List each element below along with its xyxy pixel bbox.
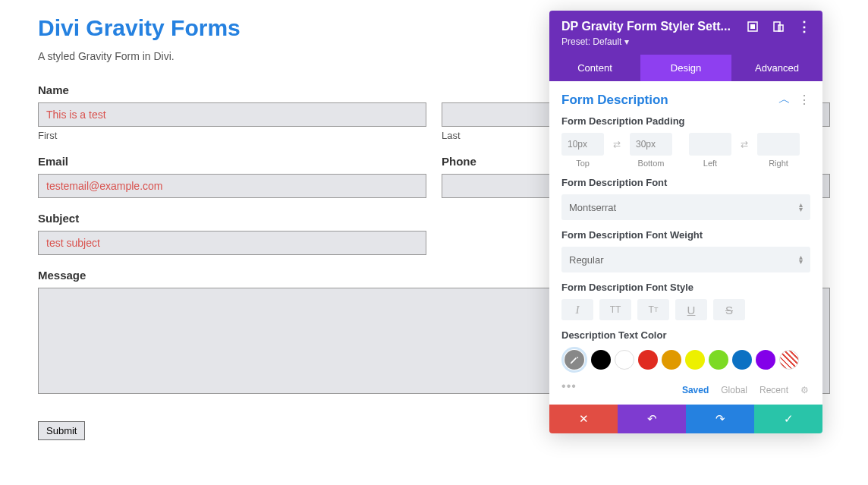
email-input[interactable] (38, 174, 426, 198)
undo-icon: ↶ (647, 412, 657, 426)
font-select[interactable]: Montserrat ▴▾ (561, 194, 810, 220)
padding-top-label: Top (561, 159, 604, 168)
redo-icon: ↷ (715, 412, 725, 426)
color-swatch-red[interactable] (638, 350, 658, 370)
padding-label: Form Description Padding (561, 115, 810, 127)
font-value: Montserrat (569, 202, 616, 213)
style-label: Form Description Font Style (561, 282, 810, 293)
color-swatch-purple[interactable] (756, 350, 775, 370)
collapse-icon[interactable]: ︿ (778, 92, 791, 108)
color-swatch-blue[interactable] (732, 350, 752, 370)
padding-left-input[interactable] (689, 133, 731, 156)
padding-bottom-label: Bottom (630, 159, 672, 168)
menu-icon[interactable]: ⋮ (798, 20, 810, 33)
swatch-tab-saved[interactable]: Saved (682, 385, 709, 395)
check-icon: ✓ (784, 412, 794, 426)
subject-input[interactable] (38, 231, 426, 255)
color-label: Description Text Color (561, 329, 810, 341)
uppercase-button[interactable]: TT (599, 299, 631, 320)
preset-selector[interactable]: Preset: Default ▾ (561, 36, 810, 47)
preset-label: Preset: (561, 36, 590, 47)
chevron-down-icon: ▾ (624, 36, 629, 47)
submit-button[interactable]: Submit (38, 421, 85, 440)
settings-panel: DP Gravity Form Styler Sett... ⋮ Preset:… (549, 11, 822, 433)
swatch-tab-global[interactable]: Global (721, 385, 747, 395)
link-icon[interactable]: ⇄ (609, 136, 625, 153)
svg-rect-2 (774, 22, 780, 31)
color-swatch-yellow[interactable] (685, 350, 705, 370)
color-swatch-green[interactable] (709, 350, 728, 370)
smallcaps-button[interactable]: TT (637, 299, 669, 320)
expand-icon[interactable] (747, 20, 759, 33)
tab-advanced[interactable]: Advanced (731, 55, 822, 81)
underline-button[interactable]: U (675, 299, 707, 320)
padding-top-input[interactable] (561, 133, 604, 156)
color-swatch-black[interactable] (591, 350, 611, 370)
first-name-input[interactable] (38, 102, 426, 127)
undo-button[interactable]: ↶ (618, 405, 686, 433)
select-arrows-icon: ▴▾ (799, 203, 803, 212)
panel-title: DP Gravity Form Styler Sett... (561, 20, 731, 33)
redo-button[interactable]: ↷ (686, 405, 754, 433)
svg-rect-3 (778, 25, 783, 31)
color-swatch-white[interactable] (615, 350, 634, 370)
font-label: Form Description Font (561, 177, 810, 188)
first-sublabel: First (38, 130, 426, 141)
color-swatch-orange[interactable] (662, 350, 681, 370)
link-icon[interactable]: ⇄ (736, 136, 753, 153)
cancel-button[interactable]: ✕ (549, 405, 618, 433)
responsive-icon[interactable] (772, 20, 785, 33)
tab-design[interactable]: Design (640, 55, 731, 81)
color-picker-swatch[interactable] (561, 347, 587, 373)
padding-bottom-input[interactable] (630, 133, 672, 156)
section-menu-icon[interactable]: ⋮ (798, 93, 810, 107)
svg-rect-1 (750, 24, 755, 29)
subject-label: Subject (38, 212, 426, 225)
padding-left-label: Left (689, 159, 731, 168)
more-swatches-icon[interactable]: ••• (561, 379, 577, 393)
tab-content[interactable]: Content (549, 55, 640, 81)
gear-icon[interactable]: ⚙ (800, 385, 809, 395)
save-button[interactable]: ✓ (754, 405, 822, 433)
weight-value: Regular (569, 254, 604, 266)
color-swatch-transparent[interactable] (779, 350, 799, 370)
strikethrough-button[interactable]: S (713, 299, 745, 320)
preset-value: Default (593, 36, 621, 47)
email-label: Email (38, 155, 426, 168)
weight-label: Form Description Font Weight (561, 229, 810, 241)
padding-right-input[interactable] (757, 133, 800, 156)
select-arrows-icon: ▴▾ (799, 255, 803, 264)
weight-select[interactable]: Regular ▴▾ (561, 247, 810, 272)
section-title[interactable]: Form Description (561, 93, 668, 108)
swatch-tab-recent[interactable]: Recent (760, 385, 788, 395)
close-icon: ✕ (579, 412, 589, 426)
italic-button[interactable]: I (561, 299, 593, 320)
padding-right-label: Right (757, 159, 800, 168)
